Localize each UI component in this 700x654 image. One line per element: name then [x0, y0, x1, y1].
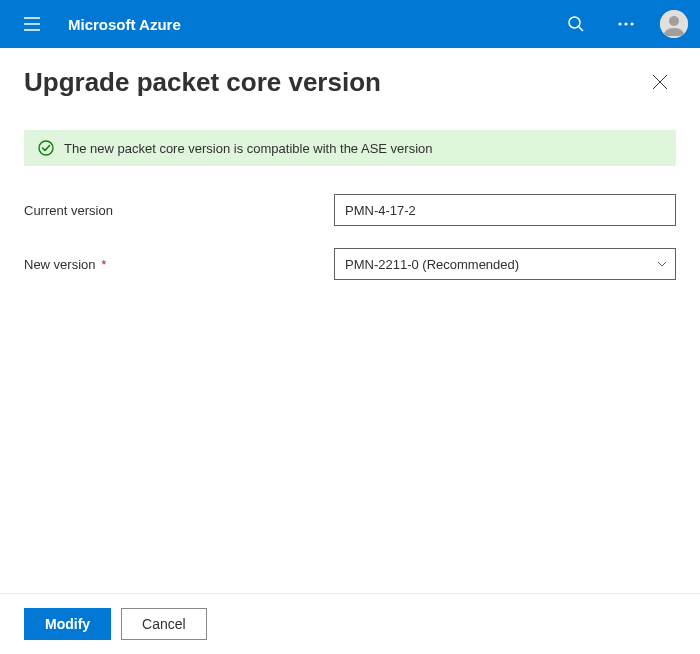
svg-point-6 — [624, 22, 627, 25]
svg-point-5 — [618, 22, 621, 25]
user-avatar[interactable] — [660, 10, 688, 38]
current-version-row: Current version — [24, 194, 676, 226]
required-asterisk: * — [98, 257, 107, 272]
new-version-label: New version * — [24, 257, 334, 272]
panel-footer: Modify Cancel — [0, 593, 700, 654]
person-icon — [660, 10, 688, 38]
svg-point-12 — [39, 141, 53, 155]
svg-line-4 — [579, 27, 584, 32]
new-version-label-text: New version — [24, 257, 96, 272]
close-icon — [652, 74, 668, 90]
search-icon — [567, 15, 585, 33]
new-version-select[interactable]: PMN-2211-0 (Recommended) — [334, 248, 676, 280]
current-version-input[interactable] — [334, 194, 676, 226]
close-button[interactable] — [644, 66, 676, 98]
info-message-box: The new packet core version is compatibl… — [24, 130, 676, 166]
panel-title: Upgrade packet core version — [24, 67, 644, 98]
top-nav-bar: Microsoft Azure — [0, 0, 700, 48]
svg-point-9 — [669, 16, 679, 26]
cancel-button[interactable]: Cancel — [121, 608, 207, 640]
panel-header: Upgrade packet core version — [0, 48, 700, 106]
current-version-label: Current version — [24, 203, 334, 218]
brand-label[interactable]: Microsoft Azure — [68, 16, 181, 33]
new-version-row: New version * PMN-2211-0 (Recommended) — [24, 248, 676, 280]
svg-point-3 — [569, 17, 580, 28]
hamburger-menu-button[interactable] — [12, 4, 52, 44]
new-version-selected-value: PMN-2211-0 (Recommended) — [334, 248, 676, 280]
ellipsis-icon — [617, 22, 635, 26]
more-button[interactable] — [610, 8, 642, 40]
modify-button[interactable]: Modify — [24, 608, 111, 640]
success-check-icon — [38, 140, 54, 156]
svg-point-7 — [630, 22, 633, 25]
hamburger-icon — [23, 15, 41, 33]
search-button[interactable] — [560, 8, 592, 40]
panel-content: The new packet core version is compatibl… — [0, 106, 700, 593]
info-message-text: The new packet core version is compatibl… — [64, 141, 433, 156]
